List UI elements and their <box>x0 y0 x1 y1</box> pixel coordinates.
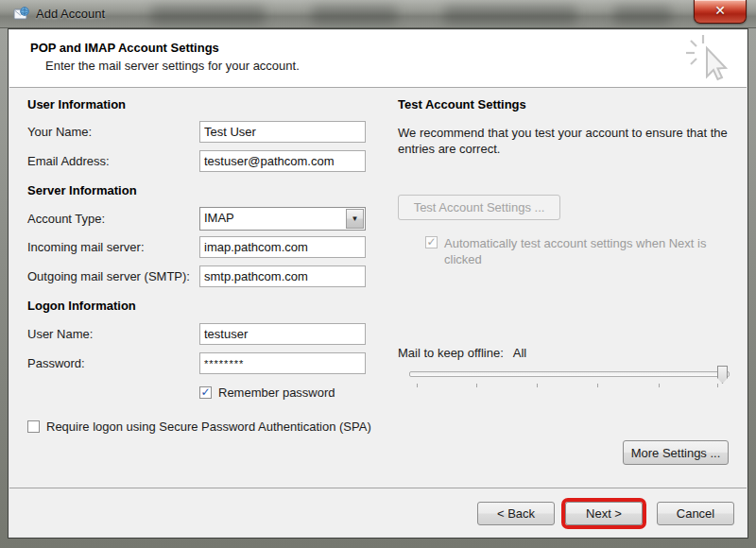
dialog-body: POP and IMAP Account Settings Enter the … <box>8 28 748 539</box>
cancel-button[interactable]: Cancel <box>657 502 734 525</box>
outgoing-server-label: Outgoing mail server (SMTP): <box>27 269 190 283</box>
slider-tick <box>537 384 538 387</box>
checkbox-checked-disabled-icon[interactable]: ✓ <box>425 236 438 248</box>
footer-divider <box>9 488 747 488</box>
page-title: POP and IMAP Account Settings <box>30 41 219 55</box>
page-subtitle: Enter the mail server settings for your … <box>45 59 300 73</box>
add-account-window: Add Account ✕ POP and IMAP Account Setti… <box>0 0 756 548</box>
section-user-information: User Information <box>27 97 126 111</box>
section-test-account-settings: Test Account Settings <box>398 97 526 111</box>
dialog-header: POP and IMAP Account Settings Enter the … <box>9 30 747 88</box>
next-button[interactable]: Next > <box>565 502 643 525</box>
user-name-label: User Name: <box>27 327 93 341</box>
account-type-dropdown[interactable]: IMAP ▼ <box>199 207 366 231</box>
account-type-selected-value: IMAP <box>200 208 345 230</box>
section-logon-information: Logon Information <box>27 299 136 313</box>
close-button[interactable]: ✕ <box>694 0 747 24</box>
slider-tick <box>417 384 418 387</box>
password-label: Password: <box>27 356 85 370</box>
more-settings-button[interactable]: More Settings ... <box>623 440 729 465</box>
auto-test-label: Automatically test account settings when… <box>444 235 728 267</box>
titlebar-reflection <box>444 6 576 25</box>
mail-keep-offline-row: Mail to keep offline:All <box>398 346 526 360</box>
checkbox-checked-icon[interactable]: ✓ <box>199 386 212 399</box>
account-type-label: Account Type: <box>27 212 105 226</box>
dialog-main: User Information Your Name: Email Addres… <box>9 89 747 537</box>
spa-checkbox[interactable]: Require logon using Secure Password Auth… <box>27 420 371 434</box>
offline-slider-thumb[interactable] <box>717 366 728 384</box>
email-address-field[interactable] <box>199 150 366 172</box>
user-name-field[interactable] <box>199 323 366 345</box>
app-icon <box>13 7 29 22</box>
section-server-information: Server Information <box>27 183 137 197</box>
mail-keep-offline-value: All <box>513 346 526 360</box>
close-icon: ✕ <box>714 3 726 18</box>
email-address-label: Email Address: <box>27 154 110 168</box>
your-name-field[interactable] <box>199 121 366 143</box>
spa-label: Require logon using Secure Password Auth… <box>46 420 371 434</box>
password-field[interactable] <box>199 352 366 374</box>
remember-password-checkbox[interactable]: ✓ Remember password <box>199 385 335 400</box>
titlebar-reflection <box>151 6 265 25</box>
back-button[interactable]: < Back <box>477 502 555 525</box>
slider-tick <box>476 384 477 387</box>
slider-tick <box>597 384 598 387</box>
window-title: Add Account <box>36 7 105 21</box>
test-account-settings-button[interactable]: Test Account Settings ... <box>398 195 560 220</box>
titlebar[interactable]: Add Account ✕ <box>0 0 756 28</box>
offline-slider-track[interactable] <box>409 371 730 377</box>
click-cursor-icon <box>684 33 733 88</box>
titlebar-reflection <box>312 6 397 25</box>
titlebar-reflection <box>614 6 671 25</box>
test-description: We recommend that you test your account … <box>398 125 734 157</box>
outgoing-server-field[interactable] <box>199 265 366 287</box>
incoming-server-label: Incoming mail server: <box>27 240 145 254</box>
slider-tick <box>659 384 660 387</box>
checkbox-unchecked-icon[interactable] <box>27 420 40 433</box>
slider-tick <box>717 384 718 387</box>
mail-keep-offline-label: Mail to keep offline: <box>398 346 504 360</box>
your-name-label: Your Name: <box>27 125 92 139</box>
auto-test-checkbox[interactable]: ✓ Automatically test account settings wh… <box>425 235 728 267</box>
remember-password-label: Remember password <box>218 385 335 400</box>
incoming-server-field[interactable] <box>199 236 366 258</box>
chevron-down-icon[interactable]: ▼ <box>346 209 364 229</box>
